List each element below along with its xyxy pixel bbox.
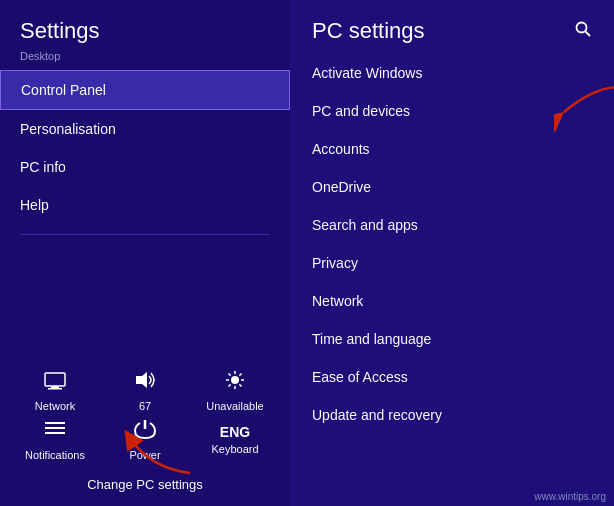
pc-settings-title: PC settings <box>312 18 425 44</box>
tray-volume[interactable]: 67 <box>110 369 180 412</box>
watermark: www.wintips.org <box>534 491 606 502</box>
tray-network-label: Network <box>35 400 75 412</box>
tray-notifications[interactable]: Notifications <box>20 418 90 461</box>
tray-network[interactable]: Network <box>20 369 90 412</box>
tray-keyboard-label: Keyboard <box>211 443 258 455</box>
desktop-label: Desktop <box>0 48 290 70</box>
settings-title: Settings <box>0 0 290 48</box>
svg-line-9 <box>229 374 231 376</box>
svg-rect-14 <box>45 427 65 429</box>
keyboard-icon: ENG <box>220 424 250 440</box>
svg-rect-1 <box>51 386 59 388</box>
svg-rect-13 <box>45 422 65 424</box>
svg-marker-3 <box>136 372 147 388</box>
pc-settings-item-privacy[interactable]: Privacy <box>290 244 614 282</box>
tray-notifications-label: Notifications <box>25 449 85 461</box>
svg-rect-2 <box>48 388 62 390</box>
pc-settings-item-network[interactable]: Network <box>290 282 614 320</box>
arrow-pc-devices <box>554 82 614 132</box>
left-panel: Settings Desktop Control Panel Personali… <box>0 0 290 506</box>
pc-settings-item-onedrive[interactable]: OneDrive <box>290 168 614 206</box>
sidebar-item-control-panel[interactable]: Control Panel <box>0 70 290 110</box>
pc-settings-item-search-and-apps[interactable]: Search and apps <box>290 206 614 244</box>
svg-point-4 <box>231 376 239 384</box>
notifications-icon <box>42 418 68 446</box>
svg-line-12 <box>229 384 231 386</box>
svg-line-18 <box>586 32 591 37</box>
divider <box>20 234 270 235</box>
tray-brightness[interactable]: Unavailable <box>200 369 270 412</box>
svg-line-11 <box>239 374 241 376</box>
search-button[interactable] <box>574 20 592 42</box>
volume-icon <box>132 369 158 397</box>
brightness-icon <box>222 369 248 397</box>
tray-row-1: Network 67 <box>10 369 280 412</box>
pc-settings-item-pc-and-devices[interactable]: PC and devices <box>290 92 614 130</box>
pc-settings-item-time-and-language[interactable]: Time and language <box>290 320 614 358</box>
sidebar-item-pc-info[interactable]: PC info <box>0 148 290 186</box>
pc-settings-item-accounts[interactable]: Accounts <box>290 130 614 168</box>
tray-volume-label: 67 <box>139 400 151 412</box>
sidebar-item-personalisation[interactable]: Personalisation <box>0 110 290 148</box>
tray-keyboard[interactable]: ENG Keyboard <box>200 424 270 455</box>
pc-settings-header: PC settings <box>290 0 614 54</box>
svg-line-10 <box>239 384 241 386</box>
network-icon <box>42 369 68 397</box>
svg-rect-15 <box>45 432 65 434</box>
arrow-change-settings <box>120 428 200 478</box>
right-panel: PC settings Activate Windows PC and devi… <box>290 0 614 506</box>
tray-brightness-label: Unavailable <box>206 400 263 412</box>
svg-rect-0 <box>45 373 65 386</box>
sidebar-item-help[interactable]: Help <box>0 186 290 224</box>
pc-settings-item-ease-of-access[interactable]: Ease of Access <box>290 358 614 396</box>
svg-point-17 <box>577 23 587 33</box>
pc-settings-item-update-and-recovery[interactable]: Update and recovery <box>290 396 614 434</box>
